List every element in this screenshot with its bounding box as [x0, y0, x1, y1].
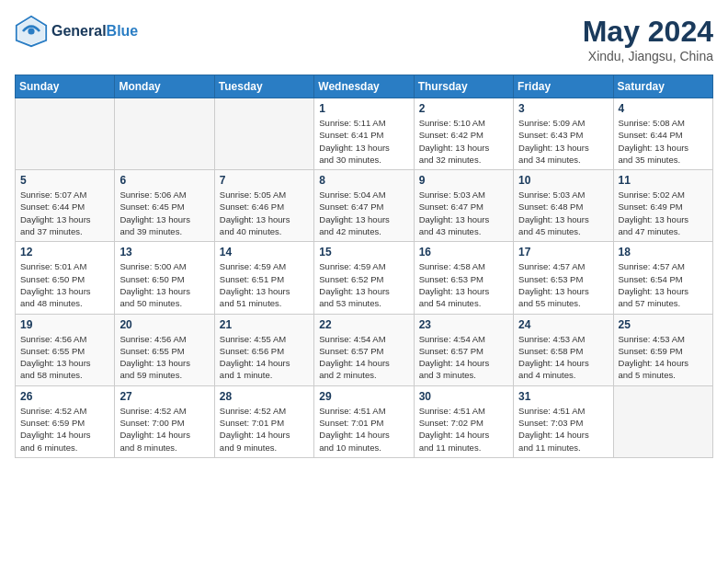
calendar-cell: 1Sunrise: 5:11 AM Sunset: 6:41 PM Daylig… — [314, 98, 414, 170]
day-number: 12 — [20, 246, 109, 259]
day-info: Sunrise: 4:56 AM Sunset: 6:55 PM Dayligh… — [119, 333, 209, 382]
page-header: GeneralBlue May 2024 Xindu, Jiangsu, Chi… — [15, 15, 713, 63]
day-number: 2 — [419, 102, 508, 115]
day-info: Sunrise: 5:03 AM Sunset: 6:47 PM Dayligh… — [419, 189, 508, 237]
calendar-cell: 15Sunrise: 4:59 AM Sunset: 6:52 PM Dayli… — [314, 242, 414, 314]
day-number: 16 — [419, 246, 508, 259]
day-info: Sunrise: 4:59 AM Sunset: 6:51 PM Dayligh… — [220, 260, 309, 309]
day-info: Sunrise: 5:02 AM Sunset: 6:49 PM Dayligh… — [619, 189, 708, 237]
calendar-cell: 22Sunrise: 4:54 AM Sunset: 6:57 PM Dayli… — [314, 314, 414, 385]
logo-text: GeneralBlue — [51, 23, 138, 40]
day-info: Sunrise: 4:53 AM Sunset: 6:59 PM Dayligh… — [619, 333, 708, 382]
day-info: Sunrise: 4:52 AM Sunset: 7:00 PM Dayligh… — [119, 405, 209, 454]
calendar-row: 1Sunrise: 5:11 AM Sunset: 6:41 PM Daylig… — [16, 98, 713, 170]
day-info: Sunrise: 5:06 AM Sunset: 6:45 PM Dayligh… — [119, 189, 209, 237]
calendar-cell: 26Sunrise: 4:52 AM Sunset: 6:59 PM Dayli… — [16, 385, 115, 457]
day-number: 17 — [518, 246, 608, 259]
day-info: Sunrise: 4:55 AM Sunset: 6:56 PM Dayligh… — [220, 333, 309, 382]
calendar-cell: 28Sunrise: 4:52 AM Sunset: 7:01 PM Dayli… — [214, 385, 313, 457]
day-number: 31 — [518, 390, 608, 403]
day-number: 1 — [319, 102, 408, 115]
day-info: Sunrise: 5:08 AM Sunset: 6:44 PM Dayligh… — [619, 117, 708, 166]
calendar-cell: 25Sunrise: 4:53 AM Sunset: 6:59 PM Dayli… — [613, 314, 712, 385]
calendar-cell — [613, 385, 712, 457]
day-number: 26 — [20, 390, 109, 403]
month-title: May 2024 — [583, 15, 713, 49]
day-info: Sunrise: 5:10 AM Sunset: 6:42 PM Dayligh… — [419, 117, 508, 166]
calendar-row: 5Sunrise: 5:07 AM Sunset: 6:44 PM Daylig… — [16, 170, 713, 242]
calendar-cell: 18Sunrise: 4:57 AM Sunset: 6:54 PM Dayli… — [613, 242, 712, 314]
calendar-cell: 19Sunrise: 4:56 AM Sunset: 6:55 PM Dayli… — [16, 314, 115, 385]
calendar-row: 19Sunrise: 4:56 AM Sunset: 6:55 PM Dayli… — [16, 314, 713, 385]
day-number: 14 — [220, 246, 309, 259]
calendar-body: 1Sunrise: 5:11 AM Sunset: 6:41 PM Daylig… — [16, 98, 713, 458]
day-number: 3 — [518, 102, 608, 115]
calendar-row: 12Sunrise: 5:01 AM Sunset: 6:50 PM Dayli… — [16, 242, 713, 314]
day-number: 23 — [419, 318, 508, 331]
day-number: 5 — [20, 174, 109, 187]
calendar-cell: 21Sunrise: 4:55 AM Sunset: 6:56 PM Dayli… — [214, 314, 313, 385]
calendar-cell — [214, 98, 313, 170]
day-number: 20 — [119, 318, 209, 331]
day-number: 27 — [119, 390, 209, 403]
day-info: Sunrise: 5:05 AM Sunset: 6:46 PM Dayligh… — [220, 189, 309, 237]
weekday-header: Friday — [514, 75, 613, 98]
weekday-header: Tuesday — [214, 75, 313, 98]
weekday-header: Saturday — [613, 75, 712, 98]
day-number: 24 — [518, 318, 608, 331]
day-number: 28 — [220, 390, 309, 403]
calendar-cell: 14Sunrise: 4:59 AM Sunset: 6:51 PM Dayli… — [214, 242, 313, 314]
day-number: 29 — [319, 390, 408, 403]
day-number: 25 — [619, 318, 708, 331]
day-number: 30 — [419, 390, 508, 403]
calendar-cell: 30Sunrise: 4:51 AM Sunset: 7:02 PM Dayli… — [414, 385, 513, 457]
day-info: Sunrise: 4:51 AM Sunset: 7:03 PM Dayligh… — [518, 405, 608, 454]
calendar-header-row: SundayMondayTuesdayWednesdayThursdayFrid… — [16, 75, 713, 98]
day-number: 15 — [319, 246, 408, 259]
calendar-cell: 17Sunrise: 4:57 AM Sunset: 6:53 PM Dayli… — [514, 242, 613, 314]
day-number: 21 — [220, 318, 309, 331]
calendar-cell: 16Sunrise: 4:58 AM Sunset: 6:53 PM Dayli… — [414, 242, 513, 314]
calendar-cell: 11Sunrise: 5:02 AM Sunset: 6:49 PM Dayli… — [613, 170, 712, 242]
day-info: Sunrise: 4:58 AM Sunset: 6:53 PM Dayligh… — [419, 260, 508, 309]
day-info: Sunrise: 4:54 AM Sunset: 6:57 PM Dayligh… — [319, 333, 408, 382]
day-info: Sunrise: 5:07 AM Sunset: 6:44 PM Dayligh… — [20, 189, 109, 237]
day-number: 18 — [619, 246, 708, 259]
calendar-cell: 13Sunrise: 5:00 AM Sunset: 6:50 PM Dayli… — [115, 242, 214, 314]
logo-icon — [15, 15, 48, 48]
calendar-cell: 27Sunrise: 4:52 AM Sunset: 7:00 PM Dayli… — [115, 385, 214, 457]
day-number: 7 — [220, 174, 309, 187]
calendar-cell: 7Sunrise: 5:05 AM Sunset: 6:46 PM Daylig… — [214, 170, 313, 242]
day-info: Sunrise: 5:03 AM Sunset: 6:48 PM Dayligh… — [518, 189, 608, 237]
calendar-cell: 23Sunrise: 4:54 AM Sunset: 6:57 PM Dayli… — [414, 314, 513, 385]
day-info: Sunrise: 5:00 AM Sunset: 6:50 PM Dayligh… — [119, 260, 209, 309]
day-number: 19 — [20, 318, 109, 331]
day-number: 9 — [419, 174, 508, 187]
day-info: Sunrise: 4:51 AM Sunset: 7:02 PM Dayligh… — [419, 405, 508, 454]
weekday-header: Thursday — [414, 75, 513, 98]
calendar-cell: 20Sunrise: 4:56 AM Sunset: 6:55 PM Dayli… — [115, 314, 214, 385]
day-info: Sunrise: 4:59 AM Sunset: 6:52 PM Dayligh… — [319, 260, 408, 309]
day-info: Sunrise: 4:51 AM Sunset: 7:01 PM Dayligh… — [319, 405, 408, 454]
calendar-cell: 8Sunrise: 5:04 AM Sunset: 6:47 PM Daylig… — [314, 170, 414, 242]
calendar-cell: 2Sunrise: 5:10 AM Sunset: 6:42 PM Daylig… — [414, 98, 513, 170]
calendar-cell: 10Sunrise: 5:03 AM Sunset: 6:48 PM Dayli… — [514, 170, 613, 242]
calendar-cell: 6Sunrise: 5:06 AM Sunset: 6:45 PM Daylig… — [115, 170, 214, 242]
day-number: 10 — [518, 174, 608, 187]
calendar-cell — [16, 98, 115, 170]
day-info: Sunrise: 4:54 AM Sunset: 6:57 PM Dayligh… — [419, 333, 508, 382]
day-info: Sunrise: 5:04 AM Sunset: 6:47 PM Dayligh… — [319, 189, 408, 237]
day-info: Sunrise: 4:57 AM Sunset: 6:53 PM Dayligh… — [518, 260, 608, 309]
day-info: Sunrise: 5:01 AM Sunset: 6:50 PM Dayligh… — [20, 260, 109, 309]
calendar-cell: 3Sunrise: 5:09 AM Sunset: 6:43 PM Daylig… — [514, 98, 613, 170]
day-number: 13 — [119, 246, 209, 259]
day-info: Sunrise: 5:09 AM Sunset: 6:43 PM Dayligh… — [518, 117, 608, 166]
day-info: Sunrise: 4:53 AM Sunset: 6:58 PM Dayligh… — [518, 333, 608, 382]
location: Xindu, Jiangsu, China — [583, 49, 713, 63]
day-number: 22 — [319, 318, 408, 331]
day-number: 8 — [319, 174, 408, 187]
calendar-cell: 4Sunrise: 5:08 AM Sunset: 6:44 PM Daylig… — [613, 98, 712, 170]
calendar-cell: 9Sunrise: 5:03 AM Sunset: 6:47 PM Daylig… — [414, 170, 513, 242]
day-number: 11 — [619, 174, 708, 187]
weekday-header: Monday — [115, 75, 214, 98]
